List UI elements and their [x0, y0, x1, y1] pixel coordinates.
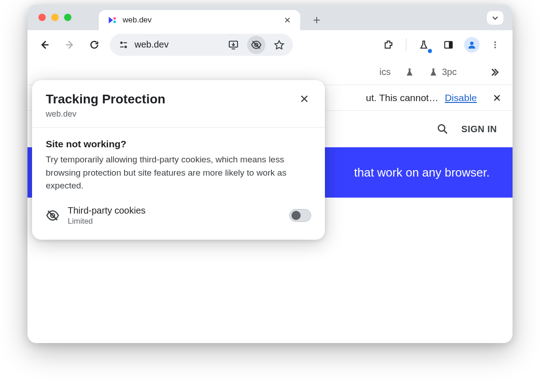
popover-description: Try temporarily allowing third-party coo… [46, 153, 311, 193]
tab-title: web.dev [123, 16, 282, 25]
window-controls [38, 14, 71, 21]
sign-in-button[interactable]: SIGN IN [461, 124, 497, 134]
bookmark-item-flask1[interactable] [405, 67, 415, 77]
tracking-protection-icon[interactable] [247, 36, 265, 54]
maximize-window-button[interactable] [64, 14, 71, 21]
bookmark-item-3pc[interactable]: 3pc [428, 67, 457, 77]
infobar-close-button[interactable] [492, 93, 502, 102]
address-bar[interactable]: web.dev [110, 34, 293, 56]
toolbar: web.dev [27, 30, 513, 59]
install-app-icon[interactable] [224, 36, 243, 54]
close-window-button[interactable] [38, 14, 46, 21]
extensions-button[interactable] [379, 36, 398, 54]
site-settings-icon[interactable] [117, 38, 130, 51]
svg-point-3 [124, 45, 127, 48]
cookies-label: Third-party cookies [68, 205, 281, 216]
browser-tab[interactable]: web.dev [99, 10, 300, 30]
svg-point-0 [113, 17, 116, 20]
profile-avatar[interactable] [464, 37, 480, 53]
eye-off-icon [46, 209, 59, 222]
third-party-cookies-row: Third-party cookies Limited [46, 205, 311, 226]
cookies-toggle[interactable] [289, 209, 311, 222]
tabs-dropdown-button[interactable] [487, 11, 503, 25]
chrome-menu-button[interactable] [486, 36, 504, 54]
labs-button[interactable] [415, 36, 433, 54]
infobar-disable-link[interactable]: Disable [445, 92, 477, 103]
tab-strip: web.dev [27, 5, 513, 30]
separator [406, 38, 406, 51]
reload-button[interactable] [85, 36, 103, 54]
minimize-window-button[interactable] [51, 14, 59, 21]
svg-point-10 [494, 44, 496, 46]
toolbar-actions [379, 36, 504, 54]
back-button[interactable] [36, 36, 54, 54]
search-button[interactable] [437, 123, 448, 135]
infobar-text: ut. This cannot… [366, 92, 438, 103]
url-text: web.dev [135, 39, 220, 50]
svg-point-8 [470, 41, 474, 45]
bookmark-item-fragment[interactable]: ics [379, 67, 390, 77]
favicon-icon [107, 15, 117, 25]
svg-point-2 [120, 41, 123, 44]
popover-title: Tracking Protection [46, 92, 297, 107]
bookmark-label: 3pc [442, 67, 457, 77]
popover-site: web.dev [46, 109, 297, 119]
cookies-status: Limited [68, 217, 281, 226]
popover-question: Site not working? [46, 139, 311, 150]
svg-point-11 [494, 47, 496, 48]
forward-button[interactable] [60, 36, 79, 54]
new-tab-button[interactable] [308, 12, 325, 28]
svg-point-1 [113, 21, 116, 23]
svg-rect-7 [449, 41, 452, 48]
svg-point-12 [438, 125, 445, 131]
toggle-knob-icon [292, 211, 301, 220]
popover-close-button[interactable] [297, 92, 311, 106]
side-panel-button[interactable] [439, 36, 458, 54]
labs-badge-icon [428, 49, 432, 53]
bookmark-star-icon[interactable] [270, 36, 288, 54]
tracking-protection-popover: Tracking Protection web.dev Site not wor… [32, 80, 325, 240]
banner-text: that work on any browser. [354, 166, 490, 180]
close-tab-button[interactable] [282, 15, 293, 26]
svg-point-9 [494, 41, 496, 43]
bookmarks-overflow-button[interactable] [489, 67, 500, 78]
